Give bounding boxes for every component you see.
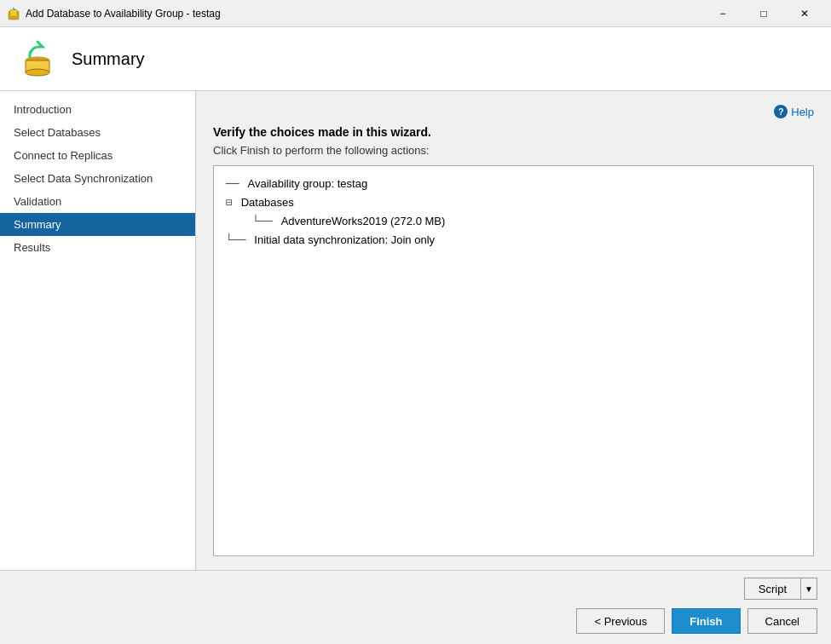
header-title: Summary (72, 49, 145, 69)
dialog-header: Summary (0, 27, 831, 91)
summary-box: ── Availability group: testag ⊟ Database… (213, 165, 814, 556)
tree-row-2: └── AdventureWorks2019 (272.0 MB) (226, 212, 801, 231)
svg-rect-1 (10, 9, 17, 16)
dialog-footer: Script ▼ < Previous Finish Cancel (0, 570, 831, 644)
help-icon: ? (774, 105, 788, 118)
app-icon (7, 7, 20, 20)
sidebar: Introduction Select Databases Connect to… (0, 91, 196, 570)
title-bar-controls: − □ ✕ (703, 1, 824, 26)
tree-connector-3: └── (226, 231, 252, 250)
dialog: Summary Introduction Select Databases Co… (0, 27, 831, 644)
verify-subtitle: Click Finish to perform the following ac… (213, 144, 814, 157)
tree-connector-2: └── (226, 212, 280, 231)
help-row: ? Help (213, 105, 814, 118)
cancel-button[interactable]: Cancel (747, 608, 817, 634)
tree-text-0: Availability group: testag (247, 175, 367, 193)
script-dropdown[interactable]: ▼ (801, 578, 817, 600)
tree-text-1: Databases (241, 193, 294, 212)
sidebar-item-summary[interactable]: Summary (0, 213, 195, 236)
tree-connector-1: ⊟ (226, 193, 239, 212)
close-button[interactable]: ✕ (785, 1, 824, 26)
tree-text-2: AdventureWorks2019 (272.0 MB) (281, 212, 446, 231)
tree-text-3: Initial data synchronization: Join only (254, 231, 435, 250)
sidebar-item-select-databases[interactable]: Select Databases (0, 121, 195, 144)
title-bar: Add Database to Availability Group - tes… (0, 0, 831, 27)
previous-button[interactable]: < Previous (576, 608, 665, 634)
verify-title: Verify the choices made in this wizard. (213, 125, 814, 139)
tree-row-0: ── Availability group: testag (226, 175, 801, 193)
footer-nav: < Previous Finish Cancel (0, 603, 831, 644)
svg-point-4 (26, 69, 49, 76)
script-button[interactable]: Script (744, 578, 801, 600)
main-panel: ? Help Verify the choices made in this w… (196, 91, 831, 570)
minimize-button[interactable]: − (703, 1, 742, 26)
sidebar-item-select-data-sync[interactable]: Select Data Synchronization (0, 167, 195, 190)
title-bar-text: Add Database to Availability Group - tes… (26, 8, 703, 20)
sidebar-item-introduction[interactable]: Introduction (0, 98, 195, 121)
tree-row-3: └── Initial data synchronization: Join o… (226, 231, 801, 250)
sidebar-item-results[interactable]: Results (0, 236, 195, 259)
tree-row-1: ⊟ Databases (226, 193, 801, 212)
database-icon (17, 38, 58, 79)
dialog-content: Introduction Select Databases Connect to… (0, 91, 831, 570)
sidebar-item-connect-to-replicas[interactable]: Connect to Replicas (0, 144, 195, 167)
sidebar-item-validation[interactable]: Validation (0, 190, 195, 213)
maximize-button[interactable]: □ (744, 1, 783, 26)
script-btn-group: Script ▼ (744, 578, 817, 600)
footer-script-row: Script ▼ (0, 571, 831, 603)
finish-button[interactable]: Finish (672, 608, 740, 634)
help-link[interactable]: ? Help (774, 105, 814, 118)
tree-connector-0: ── (226, 175, 245, 193)
